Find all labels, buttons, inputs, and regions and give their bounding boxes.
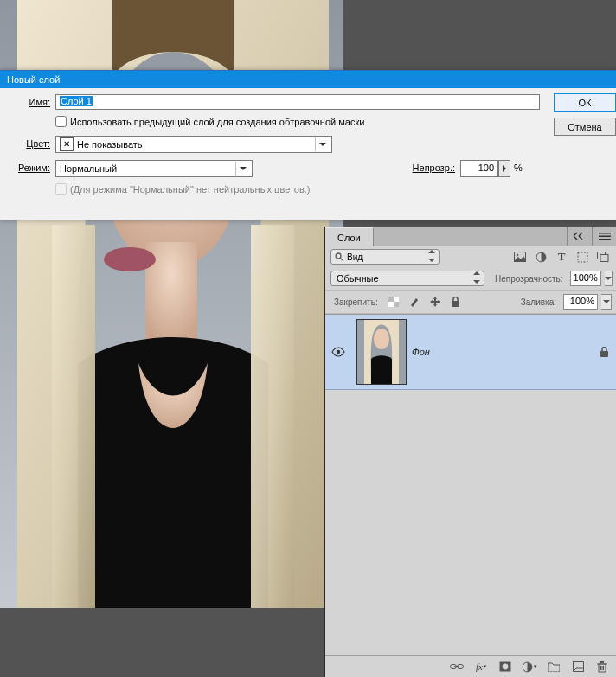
layers-panel: Слои Вид T [324,227,616,677]
chevron-down-icon [235,162,250,176]
opacity-label: Непрозрачность: [491,274,567,284]
svg-rect-20 [357,320,406,384]
svg-point-27 [503,664,509,670]
ok-button[interactable]: ОК [554,93,616,112]
svg-point-10 [517,254,519,257]
mode-label: Режим: [0,163,50,173]
lock-transparency-icon[interactable] [385,294,402,310]
neutral-label: (Для режима "Нормальный" нет нейтральных… [70,184,310,195]
opacity-label: Непрозр.: [395,163,455,173]
layer-row-background[interactable]: Фон [325,315,616,390]
group-icon[interactable] [546,659,561,674]
svg-rect-9 [515,252,526,262]
clip-mask-label: Использовать предыдущий слой для создани… [70,117,364,127]
svg-rect-15 [388,297,399,307]
lock-paint-icon[interactable] [406,294,423,310]
svg-rect-12 [578,252,587,262]
svg-rect-2 [145,242,197,346]
svg-rect-29 [573,662,583,672]
panel-collapse-icon[interactable] [567,227,592,246]
mode-select[interactable]: Нормальный [55,160,253,177]
opacity-flyout[interactable] [605,271,613,286]
new-layer-icon[interactable] [570,659,586,674]
color-value: Не показывать [77,139,143,150]
svg-point-3 [104,247,156,271]
tab-layers[interactable]: Слои [325,227,374,246]
lock-label: Закрепить: [330,297,382,307]
opacity-unit: % [514,163,531,173]
panel-menu-icon[interactable] [592,227,616,246]
adjustment-layer-icon[interactable]: ▾ [522,659,537,674]
name-label: Имя: [0,97,50,107]
lock-row: Закрепить: Заливка: 100% [325,291,616,314]
lock-icon [600,347,609,357]
svg-rect-5 [599,236,611,238]
svg-rect-22 [600,351,608,357]
svg-rect-16 [388,297,394,302]
chevron-down-icon [473,271,480,285]
blend-mode-select[interactable]: Обычные [330,271,484,286]
svg-rect-13 [598,252,606,259]
svg-rect-14 [600,255,608,262]
link-layers-icon[interactable] [449,659,465,674]
kind-value: Вид [347,252,363,262]
layer-lock-indicator[interactable] [591,347,616,357]
neutral-box [55,183,67,195]
svg-point-19 [337,350,340,354]
layer-thumbnail[interactable] [356,319,407,385]
panel-opacity-input[interactable]: 100% [570,271,601,286]
new-layer-dialog: Новый слой Имя: Слой 1 ОК Отмена Использ… [0,70,616,220]
color-label: Цвет: [0,138,50,149]
clip-mask-box[interactable] [55,116,67,127]
dialog-title: Новый слой [0,71,616,88]
clip-mask-checkbox[interactable]: Использовать предыдущий слой для создани… [55,116,364,127]
svg-point-21 [374,329,389,349]
filter-image-icon[interactable] [511,249,529,265]
none-icon: ✕ [60,137,74,151]
chevron-down-icon [315,137,330,151]
eye-icon [331,347,345,357]
layer-list[interactable]: Фон [325,314,616,655]
panel-footer: fx▾ ▾ [325,655,616,677]
svg-rect-6 [599,239,611,240]
cancel-button[interactable]: Отмена [554,118,616,136]
color-select[interactable]: ✕ Не показывать [55,136,332,153]
chevron-down-icon [428,250,435,264]
fx-icon[interactable]: fx▾ [473,659,489,674]
opacity-flyout-button[interactable] [498,160,510,177]
svg-rect-26 [500,662,511,672]
svg-rect-17 [394,302,399,307]
opacity-input[interactable]: 100 [460,160,498,177]
svg-rect-4 [599,233,611,234]
trash-icon[interactable] [594,659,610,674]
mask-icon[interactable] [497,659,513,674]
fill-label: Заливка: [517,297,560,307]
filter-smart-icon[interactable] [594,249,612,265]
name-input[interactable]: Слой 1 [55,94,540,110]
svg-line-8 [341,259,343,261]
panel-fill-input[interactable]: 100% [563,294,598,310]
neutral-checkbox: (Для режима "Нормальный" нет нейтральных… [55,183,310,195]
filter-shape-icon[interactable] [574,249,591,265]
layer-name[interactable]: Фон [412,347,591,357]
visibility-toggle[interactable] [325,347,351,357]
search-icon [335,252,343,261]
filter-adjustment-icon[interactable] [532,249,549,265]
fill-flyout[interactable] [601,294,612,310]
mode-value: Нормальный [60,163,117,174]
svg-point-11 [536,252,546,262]
svg-point-7 [336,253,341,259]
lock-all-icon[interactable] [447,294,465,310]
kind-filter-select[interactable]: Вид [330,249,440,265]
lock-move-icon[interactable] [427,294,444,310]
blend-value: Обычные [337,273,379,284]
svg-rect-30 [599,664,606,672]
panel-tab-row: Слои [325,227,616,246]
blend-row: Обычные Непрозрачность: 100% [325,267,616,291]
svg-rect-24 [458,665,464,669]
filter-row: Вид T [325,246,616,267]
svg-rect-18 [452,301,459,307]
svg-rect-23 [451,665,457,669]
svg-point-28 [523,662,532,672]
filter-type-icon[interactable]: T [553,249,570,265]
